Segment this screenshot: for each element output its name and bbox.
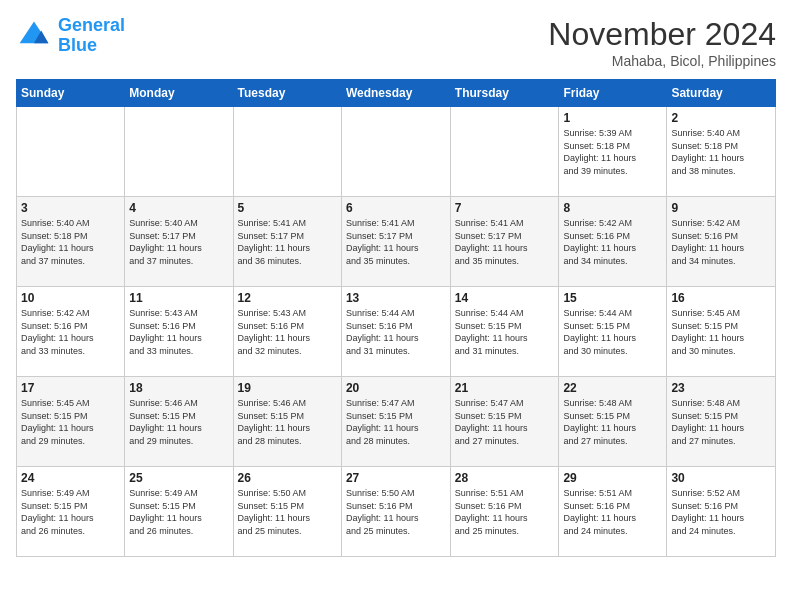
day-number: 22 <box>563 381 662 395</box>
week-row-4: 17Sunrise: 5:45 AM Sunset: 5:15 PM Dayli… <box>17 377 776 467</box>
header-cell-saturday: Saturday <box>667 80 776 107</box>
day-cell: 5Sunrise: 5:41 AM Sunset: 5:17 PM Daylig… <box>233 197 341 287</box>
day-cell: 3Sunrise: 5:40 AM Sunset: 5:18 PM Daylig… <box>17 197 125 287</box>
day-info: Sunrise: 5:46 AM Sunset: 5:15 PM Dayligh… <box>129 397 228 447</box>
day-cell: 26Sunrise: 5:50 AM Sunset: 5:15 PM Dayli… <box>233 467 341 557</box>
day-info: Sunrise: 5:52 AM Sunset: 5:16 PM Dayligh… <box>671 487 771 537</box>
day-info: Sunrise: 5:44 AM Sunset: 5:15 PM Dayligh… <box>563 307 662 357</box>
day-number: 7 <box>455 201 555 215</box>
day-number: 5 <box>238 201 337 215</box>
day-info: Sunrise: 5:49 AM Sunset: 5:15 PM Dayligh… <box>129 487 228 537</box>
day-info: Sunrise: 5:49 AM Sunset: 5:15 PM Dayligh… <box>21 487 120 537</box>
day-number: 4 <box>129 201 228 215</box>
day-number: 17 <box>21 381 120 395</box>
week-row-2: 3Sunrise: 5:40 AM Sunset: 5:18 PM Daylig… <box>17 197 776 287</box>
day-number: 18 <box>129 381 228 395</box>
day-info: Sunrise: 5:48 AM Sunset: 5:15 PM Dayligh… <box>563 397 662 447</box>
calendar-table: SundayMondayTuesdayWednesdayThursdayFrid… <box>16 79 776 557</box>
day-number: 8 <box>563 201 662 215</box>
day-info: Sunrise: 5:45 AM Sunset: 5:15 PM Dayligh… <box>671 307 771 357</box>
day-number: 1 <box>563 111 662 125</box>
day-number: 9 <box>671 201 771 215</box>
header: General Blue November 2024 Mahaba, Bicol… <box>16 16 776 69</box>
day-number: 26 <box>238 471 337 485</box>
day-cell: 24Sunrise: 5:49 AM Sunset: 5:15 PM Dayli… <box>17 467 125 557</box>
header-cell-monday: Monday <box>125 80 233 107</box>
day-info: Sunrise: 5:47 AM Sunset: 5:15 PM Dayligh… <box>455 397 555 447</box>
day-info: Sunrise: 5:43 AM Sunset: 5:16 PM Dayligh… <box>238 307 337 357</box>
day-number: 19 <box>238 381 337 395</box>
day-cell: 1Sunrise: 5:39 AM Sunset: 5:18 PM Daylig… <box>559 107 667 197</box>
header-cell-thursday: Thursday <box>450 80 559 107</box>
day-info: Sunrise: 5:40 AM Sunset: 5:17 PM Dayligh… <box>129 217 228 267</box>
calendar-body: 1Sunrise: 5:39 AM Sunset: 5:18 PM Daylig… <box>17 107 776 557</box>
day-cell: 23Sunrise: 5:48 AM Sunset: 5:15 PM Dayli… <box>667 377 776 467</box>
day-cell <box>233 107 341 197</box>
day-cell: 15Sunrise: 5:44 AM Sunset: 5:15 PM Dayli… <box>559 287 667 377</box>
day-info: Sunrise: 5:43 AM Sunset: 5:16 PM Dayligh… <box>129 307 228 357</box>
day-info: Sunrise: 5:40 AM Sunset: 5:18 PM Dayligh… <box>21 217 120 267</box>
day-info: Sunrise: 5:45 AM Sunset: 5:15 PM Dayligh… <box>21 397 120 447</box>
day-info: Sunrise: 5:44 AM Sunset: 5:16 PM Dayligh… <box>346 307 446 357</box>
day-number: 24 <box>21 471 120 485</box>
day-cell: 10Sunrise: 5:42 AM Sunset: 5:16 PM Dayli… <box>17 287 125 377</box>
day-cell <box>17 107 125 197</box>
week-row-1: 1Sunrise: 5:39 AM Sunset: 5:18 PM Daylig… <box>17 107 776 197</box>
day-number: 13 <box>346 291 446 305</box>
logo: General Blue <box>16 16 125 56</box>
day-number: 3 <box>21 201 120 215</box>
day-cell <box>341 107 450 197</box>
day-number: 14 <box>455 291 555 305</box>
day-cell: 13Sunrise: 5:44 AM Sunset: 5:16 PM Dayli… <box>341 287 450 377</box>
day-cell: 17Sunrise: 5:45 AM Sunset: 5:15 PM Dayli… <box>17 377 125 467</box>
day-number: 15 <box>563 291 662 305</box>
day-info: Sunrise: 5:41 AM Sunset: 5:17 PM Dayligh… <box>238 217 337 267</box>
day-cell: 21Sunrise: 5:47 AM Sunset: 5:15 PM Dayli… <box>450 377 559 467</box>
title-area: November 2024 Mahaba, Bicol, Philippines <box>548 16 776 69</box>
day-info: Sunrise: 5:50 AM Sunset: 5:15 PM Dayligh… <box>238 487 337 537</box>
day-cell: 27Sunrise: 5:50 AM Sunset: 5:16 PM Dayli… <box>341 467 450 557</box>
logo-icon <box>16 18 52 54</box>
calendar-header: SundayMondayTuesdayWednesdayThursdayFrid… <box>17 80 776 107</box>
day-number: 20 <box>346 381 446 395</box>
day-info: Sunrise: 5:42 AM Sunset: 5:16 PM Dayligh… <box>21 307 120 357</box>
header-cell-sunday: Sunday <box>17 80 125 107</box>
day-number: 10 <box>21 291 120 305</box>
day-info: Sunrise: 5:51 AM Sunset: 5:16 PM Dayligh… <box>455 487 555 537</box>
day-cell: 20Sunrise: 5:47 AM Sunset: 5:15 PM Dayli… <box>341 377 450 467</box>
day-number: 2 <box>671 111 771 125</box>
day-cell: 4Sunrise: 5:40 AM Sunset: 5:17 PM Daylig… <box>125 197 233 287</box>
day-number: 6 <box>346 201 446 215</box>
day-number: 21 <box>455 381 555 395</box>
day-cell <box>125 107 233 197</box>
day-number: 16 <box>671 291 771 305</box>
day-cell: 29Sunrise: 5:51 AM Sunset: 5:16 PM Dayli… <box>559 467 667 557</box>
day-cell: 19Sunrise: 5:46 AM Sunset: 5:15 PM Dayli… <box>233 377 341 467</box>
day-cell: 11Sunrise: 5:43 AM Sunset: 5:16 PM Dayli… <box>125 287 233 377</box>
logo-text: General Blue <box>58 16 125 56</box>
day-cell: 9Sunrise: 5:42 AM Sunset: 5:16 PM Daylig… <box>667 197 776 287</box>
day-info: Sunrise: 5:44 AM Sunset: 5:15 PM Dayligh… <box>455 307 555 357</box>
day-number: 23 <box>671 381 771 395</box>
day-info: Sunrise: 5:42 AM Sunset: 5:16 PM Dayligh… <box>671 217 771 267</box>
day-info: Sunrise: 5:51 AM Sunset: 5:16 PM Dayligh… <box>563 487 662 537</box>
calendar-subtitle: Mahaba, Bicol, Philippines <box>548 53 776 69</box>
day-cell: 12Sunrise: 5:43 AM Sunset: 5:16 PM Dayli… <box>233 287 341 377</box>
day-cell: 2Sunrise: 5:40 AM Sunset: 5:18 PM Daylig… <box>667 107 776 197</box>
calendar-title: November 2024 <box>548 16 776 53</box>
day-cell <box>450 107 559 197</box>
day-info: Sunrise: 5:48 AM Sunset: 5:15 PM Dayligh… <box>671 397 771 447</box>
day-cell: 8Sunrise: 5:42 AM Sunset: 5:16 PM Daylig… <box>559 197 667 287</box>
header-cell-wednesday: Wednesday <box>341 80 450 107</box>
day-number: 25 <box>129 471 228 485</box>
day-number: 12 <box>238 291 337 305</box>
day-cell: 7Sunrise: 5:41 AM Sunset: 5:17 PM Daylig… <box>450 197 559 287</box>
logo-line2: Blue <box>58 35 97 55</box>
day-info: Sunrise: 5:40 AM Sunset: 5:18 PM Dayligh… <box>671 127 771 177</box>
header-cell-tuesday: Tuesday <box>233 80 341 107</box>
day-number: 28 <box>455 471 555 485</box>
logo-line1: General <box>58 15 125 35</box>
day-number: 27 <box>346 471 446 485</box>
day-cell: 14Sunrise: 5:44 AM Sunset: 5:15 PM Dayli… <box>450 287 559 377</box>
day-info: Sunrise: 5:41 AM Sunset: 5:17 PM Dayligh… <box>346 217 446 267</box>
